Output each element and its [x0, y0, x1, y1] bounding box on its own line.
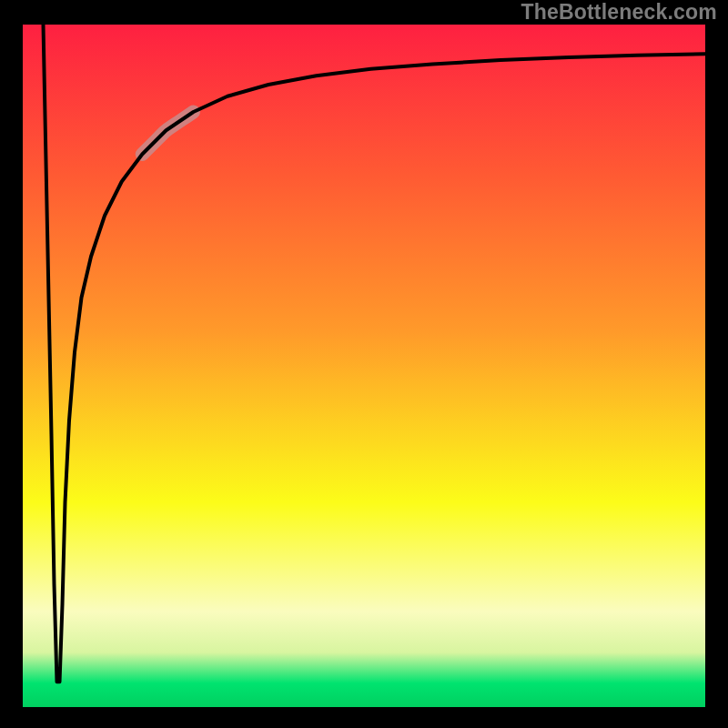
plot-area	[23, 25, 705, 707]
plot-svg	[23, 25, 705, 707]
gradient-background	[23, 25, 705, 707]
attribution-label: TheBottleneck.com	[521, 0, 717, 25]
chart-stage: TheBottleneck.com	[0, 0, 728, 728]
